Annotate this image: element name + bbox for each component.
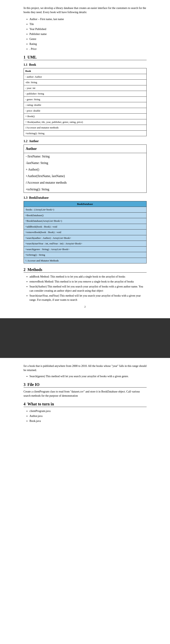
subsection-1-3-header: 1.3 BookDatabase [24, 196, 147, 200]
continuation-text: for a book that is published anywhere fr… [24, 364, 147, 372]
uml-row: -books : (ArrayList<book>) [24, 207, 146, 212]
uml-row: //Accessor and mutator methods [24, 125, 146, 131]
section4-header: 4 What to turn in [24, 402, 147, 407]
uml-row: -tile: String [24, 80, 146, 85]
list-item: Tile [29, 22, 147, 26]
uml-row: +BookDatabase(ArrayList<Book>) [24, 218, 146, 224]
uml-row: +toString() : String [24, 252, 146, 258]
uml-row: +search(author : Author) : ArrayList<Boo… [24, 235, 146, 241]
section2-header: 2 Methods [24, 268, 147, 272]
list-item: Author.java [29, 414, 147, 418]
section2-bullet-list: addBook Method: This method is to let yo… [29, 274, 147, 302]
uml-row: +toString(): String [24, 130, 146, 136]
list-item: addBook Method: This method is to let yo… [29, 274, 147, 279]
uml-row: +removeBook(book : Book) : void [24, 230, 146, 235]
subsection-1-1-header: 1.1 Book [24, 63, 147, 66]
intro-paragraph: In this project, we develop a library da… [24, 6, 147, 14]
uml-row: + Author() [24, 166, 146, 173]
book-uml-header: Book [24, 68, 146, 74]
section3-paragraph: Create a clientProgram class to read fro… [24, 390, 147, 398]
list-item: Search(genre) This method will let you s… [29, 374, 147, 378]
section2-continued-list: Search(genre) This method will let you s… [29, 374, 147, 378]
uml-row: -lastName: String [24, 160, 146, 166]
intro-bullet-list: Author – First name, last name Tile Year… [29, 17, 147, 51]
subsection-1-2-header: 1.2 Author [24, 139, 147, 143]
book-uml-table: Book - author: Author -tile: String - ye… [24, 68, 147, 136]
list-item: Genre [29, 37, 147, 41]
section1-header: 1 UML [24, 55, 147, 60]
list-item: Author – First name, last name [29, 17, 147, 21]
uml-row: + Book(author, tile, year, publisher, ge… [24, 119, 146, 125]
uml-row: - publisher: String [24, 91, 146, 97]
uml-row: +search(genre : String) : ArrayList<Book… [24, 246, 146, 252]
list-item: removeBook Method: This method is to let… [29, 280, 147, 284]
uml-row: - rating: double [24, 102, 146, 108]
list-item: Book.java [29, 419, 147, 423]
uml-row: - price: double [24, 108, 146, 114]
section3-header: 3 File IO [24, 382, 147, 388]
list-item: . Price [29, 47, 147, 51]
uml-row: +toString(): String [24, 186, 146, 193]
uml-row: - year: int [24, 85, 146, 91]
list-item: Search(startYear, endYear) This method w… [29, 294, 147, 302]
uml-row: //Accessor and mutator methods [24, 179, 146, 186]
uml-row: \\ Accesor and Mutator Methods [24, 258, 146, 264]
bookdatabase-uml-header: BookDatabase [24, 201, 146, 207]
uml-row: - genre: String [24, 96, 146, 102]
uml-row: +search(startYear : int, endYear : int) … [24, 241, 146, 246]
section4-bullet-list: clientProgram.java Author.java Book.java [29, 409, 147, 423]
page-number: 2 [24, 305, 147, 308]
bookdatabase-uml-table: BookDatabase -books : (ArrayList<book>) … [24, 201, 147, 264]
uml-row: + Book() [24, 114, 146, 119]
author-uml-table: Author - firstName: String -lastName: St… [24, 144, 147, 193]
author-uml-header: Author [24, 145, 146, 153]
list-item: clientProgram.java [29, 409, 147, 413]
list-item: Year Published [29, 27, 147, 31]
uml-row: +BookDatabase() [24, 212, 146, 218]
list-item: Publisher name [29, 32, 147, 36]
uml-row: - firstName: String [24, 153, 146, 160]
uml-row: +Author(firstName, lastName) [24, 173, 146, 179]
list-item: Rating [29, 42, 147, 46]
list-item: Search(Author) This method will let you … [29, 284, 147, 293]
uml-row: - author: Author [24, 74, 146, 80]
uml-row: +addBook(book : Book) : void [24, 224, 146, 230]
